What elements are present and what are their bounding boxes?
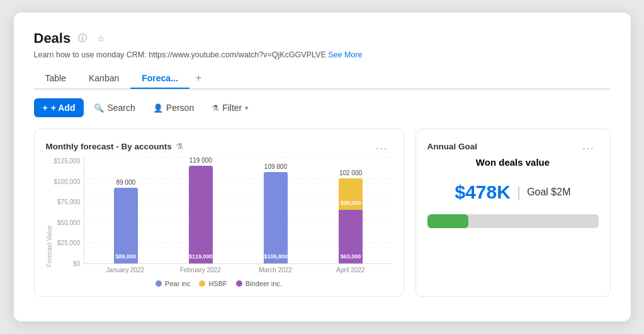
bar-march: 109 800 $109,800 [238,157,313,263]
goal-progress-bar-bg [427,214,599,228]
learn-bar: Learn how to use monday CRM: https://www… [34,50,611,59]
see-more-link[interactable]: See More [328,50,362,59]
legend-label-bindeer: Bindeer inc. [246,280,282,287]
legend-dot-bindeer [236,280,242,287]
tab-add-button[interactable]: + [189,68,208,88]
goal-value: $478K [455,181,510,203]
filter-chart-icon: ⚗ [176,142,183,151]
goal-progress-bar-fill [427,214,468,228]
y-label-0: $125,000 [54,158,81,164]
legend-pear: Pear inc [155,280,190,287]
y-label-4: $25,000 [57,240,80,246]
y-axis-title: Forecast Value [46,157,53,267]
main-window: Deals ⓘ ☆ Learn how to use monday CRM: h… [14,13,631,321]
goal-value-row: $478K | Goal $2M [427,181,599,203]
add-button[interactable]: + + Add [34,98,84,117]
monthly-more-button[interactable]: ... [372,139,392,153]
page-title: Deals [34,30,71,47]
filter-button[interactable]: ⚗ Filter ▾ [204,99,256,117]
goal-text: Goal $2M [527,187,570,198]
tab-kanban[interactable]: Kanban [77,69,130,89]
search-button[interactable]: 🔍 Search [86,99,142,117]
toolbar: + + Add 🔍 Search 👤 Person ⚗ Filter ▾ [34,98,611,117]
legend-dot-hsbf [199,280,205,287]
divider: | [517,183,521,201]
info-icon-button[interactable]: ⓘ [76,32,89,45]
filter-icon: ⚗ [212,103,219,113]
bar-february: 119 000 $119,000 [163,157,238,263]
bar-april: 102 000 $39,000 $63,000 [313,157,388,263]
legend-dot-pear [155,280,162,287]
tab-table[interactable]: Table [34,69,77,89]
monthly-forecast-card: Monthly forecast - By accounts ⚗ ... For… [34,129,404,297]
y-label-5: $0 [73,261,80,267]
tab-forecast[interactable]: Foreca... [130,69,189,89]
charts-row: Monthly forecast - By accounts ⚗ ... For… [34,129,611,297]
legend-label-pear: Pear inc [165,280,190,287]
monthly-chart-title: Monthly forecast - By accounts [46,142,172,151]
legend-bindeer: Bindeer inc. [236,280,282,287]
y-label-1: $100,000 [54,179,81,185]
chart-legend: Pear inc HSBF Bindeer inc. [46,280,392,287]
annual-goal-card-title: Annual Goal [427,142,478,151]
legend-label-hsbf: HSBF [208,280,227,287]
add-icon: + [43,103,48,113]
page-header: Deals ⓘ ☆ [34,30,611,47]
star-icon-button[interactable]: ☆ [94,32,108,45]
annual-card-header: Annual Goal ... [427,139,599,153]
annual-goal-subtitle: Won deals value [427,157,599,168]
tabs-bar: Table Kanban Foreca... + [34,68,611,89]
y-label-2: $75,000 [57,199,80,205]
bar-january: 89 000 $89,000 [88,157,163,263]
legend-hsbf: HSBF [199,280,227,287]
annual-goal-card: Annual Goal ... Won deals value $478K | … [415,129,611,297]
annual-more-button[interactable]: ... [579,139,598,153]
person-icon: 👤 [153,103,163,113]
monthly-card-header: Monthly forecast - By accounts ⚗ ... [46,139,392,153]
person-button[interactable]: 👤 Person [145,99,201,117]
chevron-down-icon: ▾ [245,104,249,112]
y-label-3: $50,000 [57,220,80,226]
search-icon: 🔍 [94,103,104,113]
